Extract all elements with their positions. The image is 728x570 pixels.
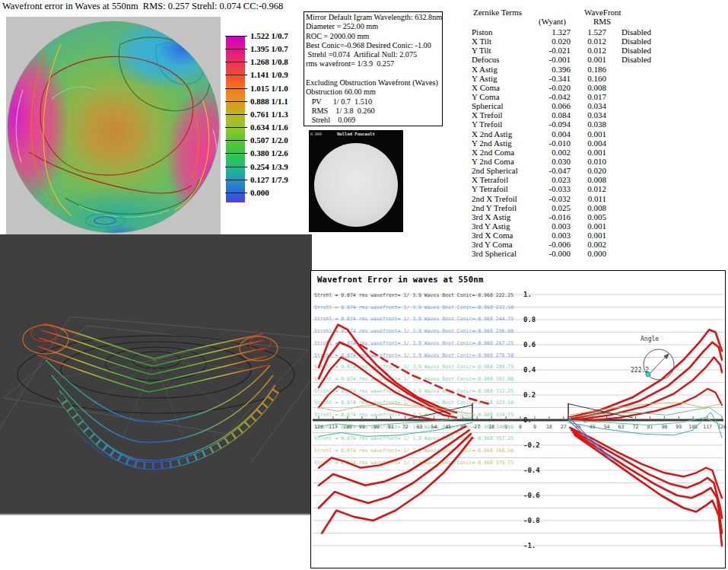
colorbar-label: 1.268 1/0.8 [250, 57, 304, 66]
zernike-rms-value: 0.034 [571, 101, 606, 110]
zernike-term-name: X 2nd Coma [472, 148, 537, 157]
x-axis-label: 99 [676, 424, 682, 430]
x-axis-label: 54 [604, 424, 610, 430]
reference-plane-wireframe [0, 317, 312, 463]
zernike-rms-value: 0.010 [571, 157, 606, 166]
zernike-wyant-value: 0.084 [537, 110, 571, 119]
zernike-flag [606, 221, 682, 231]
zernike-rms-value: 0.005 [571, 212, 606, 221]
zernike-col-rms: RMS [593, 17, 611, 26]
zernike-row: X Coma-0.0200.008 [472, 83, 700, 92]
status-line: Strehl = 0.074 rms wavefront= 1/ 3.9 Wav… [314, 388, 513, 394]
y-axis-label: 0.6 [523, 341, 536, 349]
zernike-flag [606, 166, 682, 175]
colorbar-tick [225, 180, 247, 180]
zernike-col-wyant: (Wyant) [539, 17, 566, 26]
colorbar-tick [225, 167, 247, 167]
zernike-row: 2nd Y Trefoil0.0250.008 [472, 203, 700, 212]
angle-dial-needle [648, 357, 666, 375]
zernike-flag [606, 184, 682, 193]
status-line: Strehl = 0.074 rms wavefront= 1/ 3.9 Wav… [314, 316, 513, 322]
info-line: Mirror Default Igram Wavelength: 632.8nm [306, 13, 441, 22]
colorbar-tick [225, 88, 247, 89]
zernike-flag [606, 212, 682, 221]
zernike-wyant-value: 0.030 [537, 157, 571, 166]
zernike-heading: Zernike Terms [473, 8, 522, 17]
x-axis-label: 18 [546, 424, 552, 430]
wavefront-map-panel [6, 17, 221, 234]
zernike-term-name: Y Coma [472, 92, 537, 101]
colorbar-tick [225, 101, 247, 102]
status-line: Strehl = 0.074 rms wavefront= 1/ 3.9 Wav… [314, 364, 513, 370]
zernike-wyant-value: -0.042 [537, 92, 571, 101]
x-axis-label: 108 [343, 424, 352, 430]
app-window: Wavefront error in Waves at 550nm RMS: 0… [0, 0, 728, 570]
colorbar-label: 1.522 1/0.7 [250, 31, 304, 40]
foucault-caption: Nulled Foucault [309, 132, 403, 136]
zernike-wyant-value: -0.047 [537, 166, 571, 175]
x-axis-label: 72 [633, 424, 639, 430]
colorbar-tick [225, 140, 247, 141]
zernike-wyant-value: 1.327 [537, 27, 571, 37]
x-axis-label: 36 [575, 424, 581, 430]
zernike-wyant-value: -0.341 [537, 74, 571, 83]
x-axis-label: 45 [590, 424, 596, 430]
y-axis-label: -0.4 [523, 467, 540, 474]
colorbar-label: 0.254 1/3.9 [250, 162, 304, 171]
zernike-wyant-value: 0.023 [537, 175, 571, 184]
status-line: Strehl = 0.074 rms wavefront= 1/ 3.9 Wav… [314, 376, 513, 382]
status-line: Strehl = 0.074 rms wavefront= 1/ 3.9 Wav… [314, 340, 513, 346]
contour-rings [17, 336, 294, 413]
zernike-row: X Astig0.3960.186 [472, 65, 700, 74]
foucault-image-panel: Nulled Foucault 0.000 [309, 130, 403, 232]
zernike-term-name: Spherical [472, 101, 537, 110]
info-line: rms wavefront= 1/3.9 0.257 [306, 59, 441, 68]
zernike-rms-value: 0.004 [571, 139, 606, 148]
info-line: Excluding Obstruction Wavefront (Waves) [306, 78, 441, 88]
zernike-flag: Disabled [606, 27, 682, 37]
zernike-row: 3rd Spherical-0.0000.000 [472, 249, 700, 258]
mirror-info-box: Mirror Default Igram Wavelength: 632.8nm… [304, 11, 443, 126]
x-axis-label: 90 [374, 424, 380, 430]
x-axis-label: 27 [474, 424, 480, 430]
zernike-rms-value: 0.001 [571, 231, 606, 240]
rim-band-rungs [60, 390, 276, 466]
x-axis-label: 45 [445, 424, 451, 430]
status-line: Strehl = 0.074 rms wavefront= 1/ 3.9 Wav… [314, 352, 513, 358]
zernike-wyant-value: 0.004 [537, 129, 571, 139]
y-axis-label: -0.8 [523, 517, 540, 524]
x-axis-label: 18 [488, 424, 494, 430]
colorbar-label: 1.141 1/0.9 [250, 70, 304, 79]
colorbar-label: 0.127 1/7.9 [250, 175, 304, 184]
zernike-term-name: Y 2nd Coma [472, 157, 537, 166]
angle-dial-label: Angle [641, 336, 659, 342]
colorbar-label: 0.634 1/1.6 [250, 123, 304, 132]
zernike-flag [606, 74, 682, 83]
x-axis-label: 9 [533, 424, 536, 430]
zernike-term-name: X Coma [472, 83, 537, 92]
zernike-flag [606, 157, 682, 166]
zernike-row: Y Coma-0.0420.017 [472, 92, 700, 101]
status-line: Strehl = 0.074 rms wavefront= 1/ 3.9 Wav… [314, 412, 513, 418]
zernike-row: X 2nd Astig0.0040.001 [472, 129, 700, 139]
colorbar [226, 36, 245, 202]
y-axis-label: 0.4 [523, 366, 536, 374]
status-line: Strehl = 0.074 rms wavefront= 1/ 3.9 Wav… [314, 304, 513, 310]
zernike-wyant-value: -0.016 [537, 212, 571, 221]
zernike-term-name: Y Astig [472, 74, 537, 83]
status-line: Strehl = 0.074 rms wavefront= 1/ 3.9 Wav… [314, 292, 513, 298]
zernike-term-name: X 2nd Astig [472, 129, 537, 139]
info-line: Diameter = 252.00 mm [306, 22, 441, 31]
zernike-rms-value: 0.001 [571, 129, 606, 139]
zernike-rms-value: 0.012 [571, 46, 606, 55]
zernike-flag [606, 119, 682, 129]
colorbar-tick [225, 193, 247, 193]
surface-3d-panel [0, 234, 312, 515]
x-axis-label: 0 [519, 424, 522, 430]
x-axis-label: 99 [359, 424, 365, 430]
saddle-top-mesh [37, 323, 269, 392]
zernike-wyant-value: -0.021 [537, 46, 571, 55]
zernike-row: X Tetrafoil0.0230.008 [472, 175, 700, 184]
zernike-wyant-value: 0.002 [537, 148, 571, 157]
status-line: Strehl = 0.074 rms wavefront= 1/ 3.9 Wav… [314, 460, 513, 466]
